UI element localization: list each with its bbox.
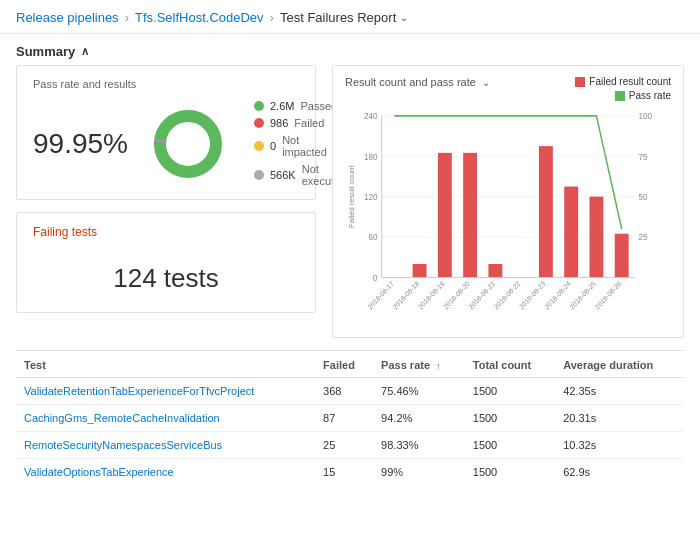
summary-collapse-icon[interactable]: ∧ (81, 45, 89, 58)
table-row: RemoteSecurityNamespacesServiceBus 25 98… (16, 432, 684, 459)
page-title: Test Failures Report (280, 10, 396, 25)
failing-tests-value: 124 tests (33, 253, 299, 300)
left-panels: Pass rate and results 99.95% (16, 65, 316, 338)
total-cell: 1500 (465, 459, 555, 486)
svg-text:Failed result count: Failed result count (347, 165, 356, 228)
pass-rate-content: 99.95% 2.6M Pa (33, 100, 299, 187)
legend-value: 986 (270, 117, 288, 129)
pass-rate-cell: 94.2% (373, 405, 465, 432)
legend-label: Failed (294, 117, 324, 129)
chart-title: Result count and pass rate ⌄ (345, 76, 490, 88)
svg-text:240: 240 (364, 111, 378, 121)
breadcrumb-sep-1: › (125, 10, 129, 25)
chart-legend-dot (615, 91, 625, 101)
test-name-cell[interactable]: ValidateOptionsTabExperience (16, 459, 315, 486)
avg-duration-cell: 20.31s (555, 405, 684, 432)
chart-legend-item: Failed result count (575, 76, 671, 87)
col-test: Test (16, 351, 315, 378)
failed-cell: 368 (315, 378, 373, 405)
svg-text:25: 25 (638, 232, 647, 242)
legend-color-dot (254, 118, 264, 128)
svg-rect-24 (564, 187, 578, 278)
pass-rate-cell: 99% (373, 459, 465, 486)
legend-color-dot (254, 170, 264, 180)
summary-section-header: Summary ∧ (0, 34, 700, 65)
avg-duration-cell: 62.9s (555, 459, 684, 486)
pass-rate-cell: 75.46% (373, 378, 465, 405)
table-row: CachingGms_RemoteCacheInvalidation 87 94… (16, 405, 684, 432)
chart-legend-item: Pass rate (615, 90, 671, 101)
svg-text:60: 60 (369, 232, 378, 242)
table-row: ValidateOptionsTabExperience 15 99% 1500… (16, 459, 684, 486)
chart-panel: Result count and pass rate ⌄ Failed resu… (332, 65, 684, 338)
svg-rect-19 (413, 264, 427, 277)
test-name-cell[interactable]: ValidateRetentionTabExperienceForTfvcPro… (16, 378, 315, 405)
svg-rect-23 (539, 146, 553, 277)
col-total: Total count (465, 351, 555, 378)
legend-color-dot (254, 101, 264, 111)
failed-cell: 25 (315, 432, 373, 459)
svg-text:75: 75 (638, 151, 647, 161)
chart-legend: Failed result count Pass rate (575, 76, 671, 101)
svg-rect-26 (615, 234, 629, 278)
table-header-row: Test Failed Pass rate ↑ Total count Aver… (16, 351, 684, 378)
svg-text:0: 0 (373, 272, 378, 282)
pass-rate-cell: 98.33% (373, 432, 465, 459)
pass-rate-card: Pass rate and results 99.95% (16, 65, 316, 200)
chart-legend-label: Failed result count (589, 76, 671, 87)
total-cell: 1500 (465, 378, 555, 405)
test-name-cell[interactable]: RemoteSecurityNamespacesServiceBus (16, 432, 315, 459)
col-pass-rate[interactable]: Pass rate ↑ (373, 351, 465, 378)
chart-legend-label: Pass rate (629, 90, 671, 101)
svg-rect-21 (463, 153, 477, 278)
svg-rect-25 (589, 197, 603, 278)
chart-chevron-icon[interactable]: ⌄ (482, 77, 490, 88)
svg-point-1 (160, 116, 216, 172)
summary-label: Summary (16, 44, 75, 59)
legend-color-dot (254, 141, 264, 151)
breadcrumb-pipelines[interactable]: Release pipelines (16, 10, 119, 25)
legend-value: 0 (270, 140, 276, 152)
legend-value: 2.6M (270, 100, 294, 112)
col-failed: Failed (315, 351, 373, 378)
pass-rate-card-title: Pass rate and results (33, 78, 299, 90)
svg-rect-22 (488, 264, 502, 277)
chevron-down-icon[interactable]: ⌄ (400, 12, 408, 23)
failed-cell: 15 (315, 459, 373, 486)
chart-header: Result count and pass rate ⌄ Failed resu… (345, 76, 671, 101)
failing-tests-card: Failing tests 124 tests (16, 212, 316, 313)
svg-text:50: 50 (638, 192, 647, 202)
header: Release pipelines › Tfs.SelfHost.CodeDev… (0, 0, 700, 34)
pass-rate-percentage: 99.95% (33, 128, 128, 160)
total-cell: 1500 (465, 405, 555, 432)
chart-legend-dot (575, 77, 585, 87)
legend-value: 566K (270, 169, 296, 181)
chart-area: 240180120600100755025Failed result count… (345, 107, 671, 327)
sort-icon: ↑ (436, 361, 441, 371)
table-section: Test Failed Pass rate ↑ Total count Aver… (16, 350, 684, 485)
table-row: ValidateRetentionTabExperienceForTfvcPro… (16, 378, 684, 405)
test-name-cell[interactable]: CachingGms_RemoteCacheInvalidation (16, 405, 315, 432)
avg-duration-cell: 42.35s (555, 378, 684, 405)
svg-rect-20 (438, 153, 452, 278)
results-table: Test Failed Pass rate ↑ Total count Aver… (16, 351, 684, 485)
summary-body: Pass rate and results 99.95% (0, 65, 700, 338)
avg-duration-cell: 10.32s (555, 432, 684, 459)
breadcrumb-selfhost[interactable]: Tfs.SelfHost.CodeDev (135, 10, 264, 25)
col-avg-duration: Average duration (555, 351, 684, 378)
svg-text:2018-08-26: 2018-08-26 (594, 280, 623, 311)
total-cell: 1500 (465, 432, 555, 459)
donut-chart (148, 104, 228, 184)
svg-text:100: 100 (638, 111, 652, 121)
breadcrumb-sep-2: › (270, 10, 274, 25)
svg-text:120: 120 (364, 192, 378, 202)
failing-tests-title: Failing tests (33, 225, 299, 239)
svg-text:180: 180 (364, 151, 378, 161)
failed-cell: 87 (315, 405, 373, 432)
